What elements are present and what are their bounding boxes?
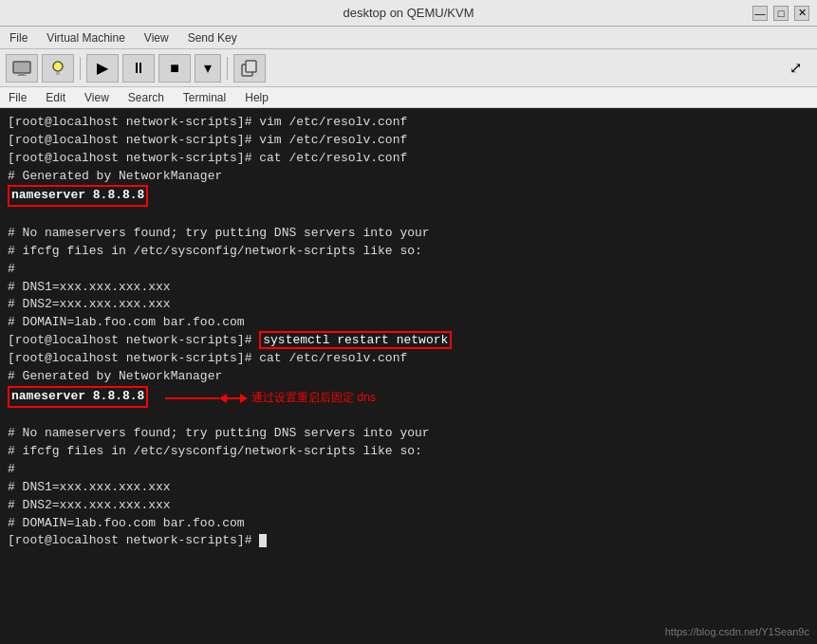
svg-rect-0	[13, 62, 30, 73]
light-button[interactable]	[42, 54, 74, 83]
pause-button[interactable]: ⏸	[122, 54, 155, 83]
window-controls: — □ ✕	[752, 6, 809, 21]
terminal-line-23: # DOMAIN=lab.foo.com bar.foo.com	[8, 515, 809, 533]
inner-menu-bar: File Edit View Search Terminal Help	[0, 87, 817, 108]
terminal-line-3: [root@localhost network-scripts]# cat /e…	[8, 150, 809, 168]
terminal-line-24: [root@localhost network-scripts]#	[8, 532, 809, 550]
terminal-line-21: # DNS1=xxx.xxx.xxx.xxx	[8, 479, 809, 497]
maximize-button[interactable]: □	[773, 6, 789, 21]
menu-search[interactable]: Search	[125, 90, 167, 105]
nameserver-highlight-2: nameserver 8.8.8.8	[8, 386, 148, 408]
terminal-line-5: nameserver 8.8.8.8	[8, 185, 809, 207]
monitor-button[interactable]	[6, 54, 38, 83]
terminal-line-8: # ifcfg files in /etc/sysconfig/network-…	[8, 243, 809, 261]
minimize-button[interactable]: —	[752, 6, 768, 21]
menu-edit[interactable]: Edit	[43, 90, 68, 105]
top-menu-bar: File Virtual Machine View Send Key	[0, 27, 817, 49]
terminal-line-4: # Generated by NetworkManager	[8, 168, 809, 186]
svg-rect-4	[56, 72, 60, 75]
terminal-area: [root@localhost network-scripts]# vim /e…	[0, 108, 817, 644]
terminal-line-16: nameserver 8.8.8.8 通过设置重启后固定 dns	[8, 386, 809, 408]
terminal-line-11: # DNS2=xxx.xxx.xxx.xxx	[8, 296, 809, 314]
terminal-line-12: # DOMAIN=lab.foo.com bar.foo.com	[8, 314, 809, 332]
systemctl-highlight: systemctl restart network	[259, 331, 452, 349]
terminal-line-14: [root@localhost network-scripts]# cat /e…	[8, 350, 809, 368]
stop-button[interactable]: ■	[158, 54, 191, 83]
menu-help[interactable]: Help	[242, 90, 271, 105]
nameserver-highlight-1: nameserver 8.8.8.8	[8, 185, 148, 207]
menu-file-top[interactable]: File	[6, 29, 31, 46]
terminal-line-2: [root@localhost network-scripts]# vim /e…	[8, 132, 809, 150]
menu-terminal[interactable]: Terminal	[180, 90, 229, 105]
menu-file-inner[interactable]: File	[6, 90, 29, 105]
terminal-line-7: # No nameservers found; try putting DNS …	[8, 225, 809, 243]
terminal-line-10: # DNS1=xxx.xxx.xxx.xxx	[8, 279, 809, 297]
copy-button[interactable]	[233, 54, 266, 83]
terminal-line-13: [root@localhost network-scripts]# system…	[8, 332, 809, 350]
svg-marker-7	[219, 394, 227, 403]
terminal-line-9: #	[8, 261, 809, 279]
terminal-line-19: # ifcfg files in /etc/sysconfig/network-…	[8, 443, 809, 461]
menu-view-inner[interactable]: View	[82, 90, 112, 105]
toolbar-separator-1	[80, 57, 81, 80]
resize-button[interactable]: ⤢	[779, 54, 811, 83]
dropdown-button[interactable]: ▾	[195, 54, 221, 83]
menu-view-top[interactable]: View	[140, 29, 173, 46]
terminal-line-18: # No nameservers found; try putting DNS …	[8, 425, 809, 443]
toolbar-separator-2	[227, 57, 228, 80]
svg-marker-9	[240, 394, 248, 403]
terminal-line-22: # DNS2=xxx.xxx.xxx.xxx	[8, 497, 809, 515]
terminal-line-6	[8, 207, 809, 225]
watermark: https://blog.csdn.net/Y1Sean9c	[665, 625, 809, 640]
close-button[interactable]: ✕	[794, 6, 809, 21]
svg-rect-2	[17, 75, 27, 76]
svg-rect-6	[246, 61, 256, 72]
menu-virtual-machine[interactable]: Virtual Machine	[43, 29, 129, 46]
title-bar: desktop on QEMU/KVM — □ ✕	[0, 0, 817, 27]
svg-rect-8	[227, 397, 240, 399]
play-button[interactable]: ▶	[86, 54, 119, 83]
terminal-line-15: # Generated by NetworkManager	[8, 368, 809, 386]
svg-rect-1	[19, 73, 25, 75]
svg-point-3	[53, 62, 63, 71]
terminal-cursor	[259, 534, 267, 547]
terminal-line-20: #	[8, 461, 809, 479]
annotation-arrow: 通过设置重启后固定 dns	[165, 390, 376, 406]
double-arrow-icon	[219, 392, 248, 405]
terminal-line-17	[8, 408, 809, 426]
window-title: desktop on QEMU/KVM	[344, 6, 474, 20]
toolbar: ▶ ⏸ ■ ▾ ⤢	[0, 49, 817, 87]
terminal-line-1: [root@localhost network-scripts]# vim /e…	[8, 114, 809, 132]
annotation-text: 通过设置重启后固定 dns	[251, 390, 376, 406]
menu-send-key[interactable]: Send Key	[184, 29, 241, 46]
